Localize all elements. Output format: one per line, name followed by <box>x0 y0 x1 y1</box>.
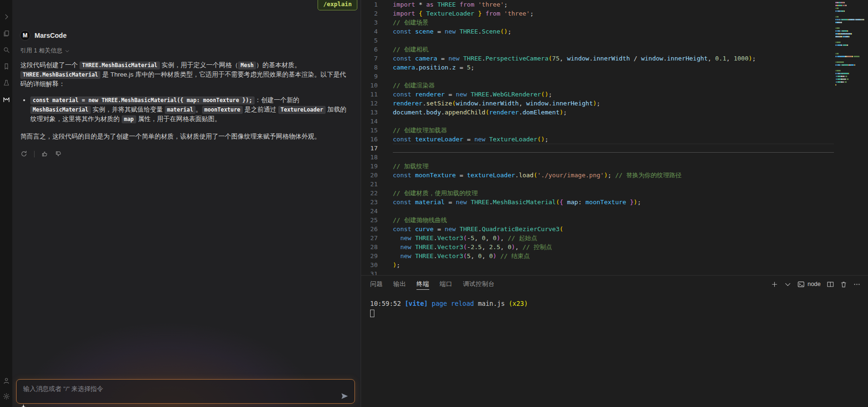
line-number: 22 <box>361 189 385 198</box>
inline-code: MeshBasicMaterial <box>30 106 91 114</box>
panel-tab-debug-console[interactable]: 调试控制台 <box>463 276 495 293</box>
account-button[interactable] <box>2 376 10 385</box>
chat-header: M MarsCode <box>20 30 351 41</box>
code-line: // 创建相机 <box>393 45 834 54</box>
assistant-name: MarsCode <box>35 32 67 39</box>
chevron-right-icon <box>3 13 10 20</box>
code-line <box>393 207 834 216</box>
inline-code: moonTexture <box>202 106 243 114</box>
line-number: 24 <box>361 207 385 216</box>
beaker-button[interactable] <box>2 78 10 87</box>
editor-region: 1234567891011121314151617181920212223242… <box>361 0 868 407</box>
code-line: // 加载纹理 <box>393 162 834 171</box>
line-number: 15 <box>361 126 385 135</box>
reference-toggle[interactable]: 引用 1 相关信息 <box>20 47 351 55</box>
line-number: 20 <box>361 171 385 180</box>
code-line: new THREE.Vector3(-2.5, 2.5, 0), // 控制点 <box>393 242 834 251</box>
editor[interactable]: 1234567891011121314151617181920212223242… <box>361 0 868 275</box>
terminal-instance-node[interactable]: node <box>797 281 821 288</box>
trash-icon[interactable] <box>840 281 847 288</box>
files-button[interactable] <box>2 29 10 37</box>
search-icon <box>3 46 10 53</box>
activity-bar <box>0 0 12 407</box>
line-number: 27 <box>361 234 385 242</box>
bookmark-icon <box>3 63 10 70</box>
marscode-logo: M <box>20 30 30 41</box>
chat-input[interactable]: 输入消息或者 "/" 来选择指令 <box>16 379 355 404</box>
message-list: const material = new THREE.MeshBasicMate… <box>20 95 348 124</box>
code-content[interactable]: import * as THREE from 'three';import { … <box>385 0 834 275</box>
code-line: const material = new THREE.MeshBasicMate… <box>393 198 834 207</box>
panel-actions: node <box>771 281 860 288</box>
code-line: // 创建纹理加载器 <box>393 126 834 135</box>
line-number: 18 <box>361 153 385 162</box>
terminal-output: 10:59:52 [vite] page reload main.js (x23… <box>370 299 868 308</box>
code-line: ); <box>393 260 834 269</box>
settings-icon <box>3 393 10 400</box>
bookmark-button[interactable] <box>2 62 10 70</box>
files-icon <box>3 30 10 37</box>
code-line: new THREE.Vector3(5, 0, 0) // 结束点 <box>393 251 834 260</box>
message-paragraph: 这段代码创建了一个 THREE.MeshBasicMaterial 实例，用于定… <box>20 61 348 89</box>
line-number: 26 <box>361 225 385 234</box>
account-icon <box>3 377 10 384</box>
vscode-window: /explain M MarsCode 引用 1 相关信息 这段代码创建了一个 … <box>0 0 868 407</box>
line-number: 21 <box>361 180 385 189</box>
terminal[interactable]: 10:59:52 [vite] page reload main.js (x23… <box>361 293 868 317</box>
code-line <box>393 117 834 126</box>
minimap[interactable] <box>834 0 868 275</box>
code-line <box>393 36 834 45</box>
explain-command-chip[interactable]: /explain <box>318 0 357 10</box>
inline-code: map <box>122 115 136 123</box>
line-number: 3 <box>361 18 385 27</box>
line-number: 4 <box>361 27 385 36</box>
plus-icon[interactable] <box>771 281 778 288</box>
line-number: 13 <box>361 108 385 117</box>
marscode-panel: /explain M MarsCode 引用 1 相关信息 这段代码创建了一个 … <box>12 0 361 407</box>
chevron-down-icon[interactable] <box>784 281 791 288</box>
send-icon[interactable] <box>341 392 348 400</box>
activity-bar-top <box>2 12 10 104</box>
ellipsis-icon[interactable] <box>853 281 860 288</box>
code-line: new THREE.Vector3(-5, 0, 0), // 起始点 <box>393 234 834 242</box>
panel-tab-problems[interactable]: 问题 <box>370 276 383 293</box>
marscode-button[interactable] <box>2 95 10 104</box>
code-line: // 创建渲染器 <box>393 81 834 90</box>
chevron-right-button[interactable] <box>2 12 10 21</box>
search-button[interactable] <box>2 45 10 54</box>
line-number: 6 <box>361 45 385 54</box>
line-number: 12 <box>361 99 385 108</box>
line-number-gutter: 1234567891011121314151617181920212223242… <box>361 0 385 275</box>
line-number: 2 <box>361 9 385 18</box>
panel-tab-terminal[interactable]: 终端 <box>416 276 429 293</box>
code-line: renderer.setSize(window.innerWidth, wind… <box>393 99 834 108</box>
panel-tab-output[interactable]: 输出 <box>393 276 406 293</box>
code-line: document.body.appendChild(renderer.domEl… <box>393 108 834 117</box>
code-line: const scene = new THREE.Scene(); <box>393 27 834 36</box>
thumbs-down-icon[interactable] <box>55 150 62 157</box>
panel-header: 问题输出终端端口调试控制台 node <box>361 276 868 293</box>
settings-button[interactable] <box>2 392 10 400</box>
terminal-cursor <box>370 310 374 317</box>
panel-tab-ports[interactable]: 端口 <box>440 276 452 293</box>
code-line: import * as THREE from 'three'; <box>393 0 834 9</box>
code-line: const camera = new THREE.PerspectiveCame… <box>393 54 834 63</box>
sparkle-icon <box>20 404 27 407</box>
inline-code: THREE.MeshBasicMaterial <box>80 61 159 69</box>
code-line: // 创建场景 <box>393 18 834 27</box>
regenerate-icon[interactable] <box>20 150 27 157</box>
thumbs-up-icon[interactable] <box>41 150 48 157</box>
line-number: 25 <box>361 216 385 225</box>
inline-code: Mesh <box>238 61 256 69</box>
divider <box>34 151 35 157</box>
line-number: 19 <box>361 162 385 171</box>
split-editor-icon[interactable] <box>827 281 834 288</box>
code-line: const curve = new THREE.QuadraticBezierC… <box>393 225 834 234</box>
line-number: 29 <box>361 251 385 260</box>
message-bullet: const material = new THREE.MeshBasicMate… <box>30 95 348 124</box>
line-number: 14 <box>361 117 385 126</box>
code-line: const textureLoader = new TextureLoader(… <box>393 135 834 144</box>
code-line <box>393 269 834 275</box>
code-line <box>393 144 834 153</box>
line-number: 28 <box>361 242 385 251</box>
